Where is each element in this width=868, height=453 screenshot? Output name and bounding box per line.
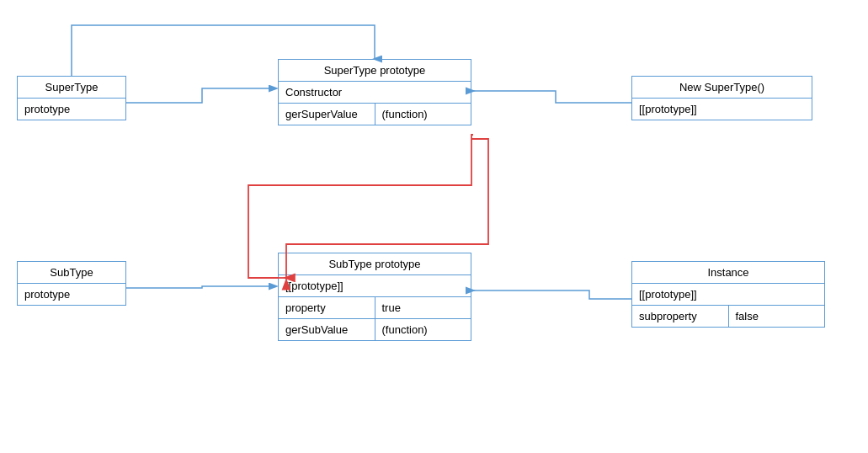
- arrow-supertype-to-proto: [126, 88, 276, 103]
- subtype-box: SubType prototype: [17, 261, 126, 306]
- supertype-prototype-cell: prototype: [18, 99, 125, 120]
- subtype-title: SubType: [18, 262, 125, 284]
- supertype-prototype-box: SuperType prototype Constructor gerSuper…: [278, 59, 471, 125]
- gerSubValue-label: gerSubValue: [279, 319, 375, 340]
- constructor-cell: Constructor: [279, 82, 471, 103]
- false-label: false: [729, 306, 825, 327]
- new-supertype-box: New SuperType() [[prototype]]: [631, 76, 812, 120]
- instance-proto-cell: [[prototype]]: [632, 284, 824, 305]
- gerSuperValue-label: gerSuperValue: [279, 104, 375, 125]
- arrow-subtype-to-proto: [126, 286, 276, 288]
- subtype-proto-cell: [[prototype]]: [279, 275, 471, 296]
- subproperty-label: subproperty: [632, 306, 729, 327]
- new-supertype-proto-cell: [[prototype]]: [632, 99, 812, 120]
- instance-proto-row: [[prototype]]: [632, 284, 824, 306]
- new-supertype-title: New SuperType(): [632, 77, 812, 99]
- subtype-proto-row1: [[prototype]]: [279, 275, 471, 297]
- true-label: true: [375, 297, 471, 318]
- subproperty-row: subproperty false: [632, 306, 824, 327]
- arrow-instance-to-subproto: [473, 290, 631, 299]
- supertype-box: SuperType prototype: [17, 76, 126, 120]
- supertype-proto-title: SuperType prototype: [279, 60, 471, 82]
- function2-label: (function): [375, 319, 471, 340]
- supertype-title: SuperType: [18, 77, 125, 99]
- gerSubValue-row: gerSubValue (function): [279, 319, 471, 340]
- subtype-prototype-box: SubType prototype [[prototype]] property…: [278, 253, 471, 341]
- instance-title: Instance: [632, 262, 824, 284]
- function1-label: (function): [375, 104, 471, 125]
- instance-box: Instance [[prototype]] subproperty false: [631, 261, 825, 328]
- gerSuperValue-row: gerSuperValue (function): [279, 104, 471, 125]
- arrow-newsupertype-to-proto: [473, 91, 631, 103]
- subtype-proto-title: SubType prototype: [279, 253, 471, 275]
- property-label: property: [279, 297, 375, 318]
- constructor-row: Constructor: [279, 82, 471, 104]
- diagram: SuperType prototype SuperType prototype …: [0, 0, 868, 453]
- property-row: property true: [279, 297, 471, 319]
- subtype-prototype-cell: prototype: [18, 284, 125, 305]
